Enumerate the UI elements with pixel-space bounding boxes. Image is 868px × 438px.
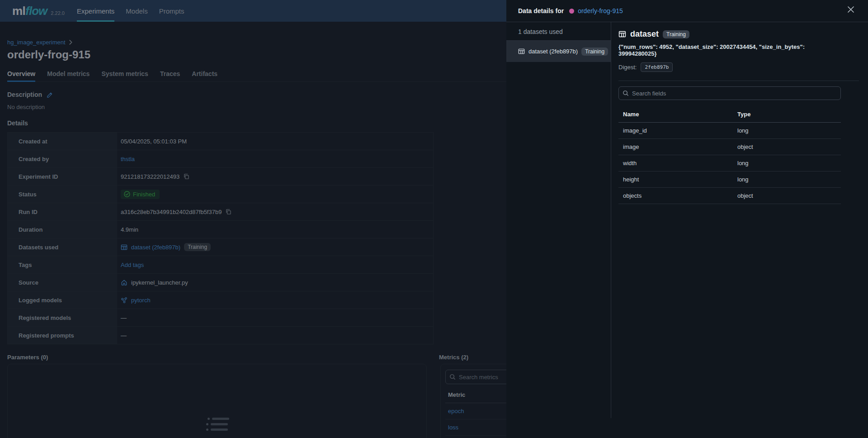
- field-type: long: [733, 171, 841, 188]
- drawer-header: Data details for orderly-frog-915: [506, 0, 868, 22]
- digest-value: 2feb897b: [641, 62, 673, 72]
- run-color-dot: [569, 9, 574, 14]
- datasets-list: 1 datasets used dataset (2feb897b) Train…: [506, 22, 611, 418]
- field-type: long: [733, 123, 841, 139]
- dataset-profile-json: {"num_rows": 4952, "dataset_size": 20027…: [618, 43, 841, 57]
- field-type: object: [733, 139, 841, 155]
- dataset-detail-panel: dataset Training {"num_rows": 4952, "dat…: [611, 22, 868, 438]
- schema-row: image_id long: [618, 123, 841, 139]
- dataset-list-item[interactable]: dataset (2feb897b) Training: [506, 41, 611, 62]
- datasets-count-label: 1 datasets used: [506, 22, 611, 41]
- schema-row: height long: [618, 171, 841, 188]
- drawer-title: Data details for: [518, 7, 564, 14]
- fields-search: [618, 86, 841, 100]
- dataset-list-item-name: dataset (2feb897b): [528, 48, 578, 55]
- field-name: width: [618, 155, 733, 171]
- schema-col-name: Name: [618, 107, 733, 123]
- schema-table: Name Type image_id long image object wid…: [618, 107, 841, 204]
- schema-row: objects object: [618, 188, 841, 204]
- close-icon[interactable]: [847, 6, 854, 13]
- dataset-title: dataset: [630, 29, 659, 39]
- field-type: long: [733, 155, 841, 171]
- field-name: height: [618, 171, 733, 188]
- dataset-context-tag: Training: [663, 30, 689, 38]
- schema-row: image object: [618, 139, 841, 155]
- field-name: objects: [618, 188, 733, 204]
- field-name: image: [618, 139, 733, 155]
- dataset-table-icon: [618, 30, 626, 38]
- drawer-body: 1 datasets used dataset (2feb897b) Train…: [506, 22, 868, 438]
- dataset-title-row: dataset Training: [618, 29, 841, 39]
- fields-search-input[interactable]: [632, 90, 837, 97]
- data-details-drawer: Data details for orderly-frog-915 1 data…: [506, 0, 868, 438]
- divider: [618, 81, 859, 81]
- dataset-table-icon: [518, 48, 525, 55]
- field-type: object: [733, 188, 841, 204]
- schema-row: width long: [618, 155, 841, 171]
- dataset-list-item-tag: Training: [581, 48, 608, 56]
- schema-col-type: Type: [733, 107, 841, 123]
- schema-header-row: Name Type: [618, 107, 841, 123]
- drawer-run-link[interactable]: orderly-frog-915: [578, 7, 623, 14]
- digest-label: Digest:: [618, 64, 637, 71]
- field-name: image_id: [618, 123, 733, 139]
- digest-row: Digest: 2feb897b: [618, 62, 841, 72]
- search-icon: [623, 90, 629, 96]
